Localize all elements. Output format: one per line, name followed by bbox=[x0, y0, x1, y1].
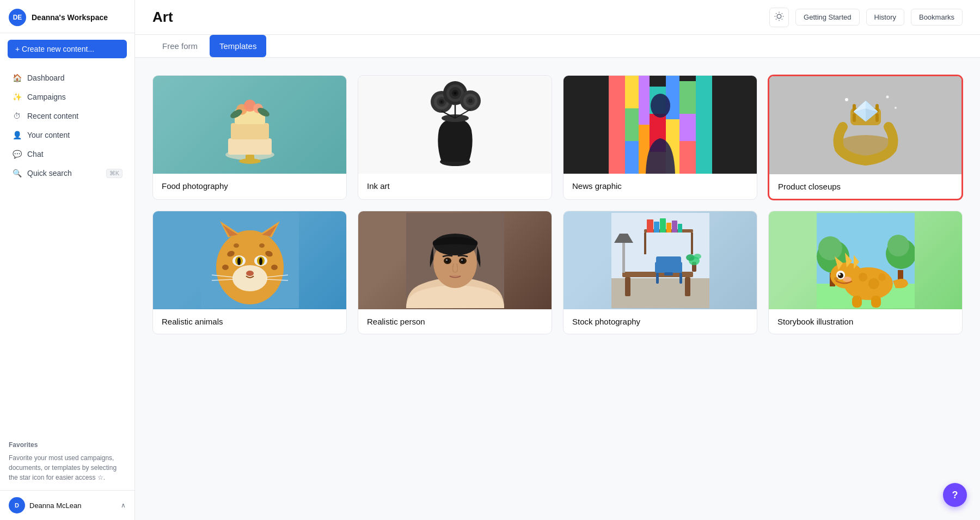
sidebar-footer[interactable]: D Deanna McLean ∧ bbox=[0, 490, 134, 520]
stock-photography-label: Stock photography bbox=[564, 309, 757, 334]
card-image-ink-art bbox=[358, 76, 552, 174]
template-card-product-closeups[interactable]: Product closeups bbox=[768, 75, 963, 200]
create-content-button[interactable]: + Create new content... bbox=[8, 40, 127, 58]
svg-rect-125 bbox=[622, 243, 625, 273]
favorites-description: Favorite your most used campaigns, docum… bbox=[9, 453, 126, 482]
svg-point-104 bbox=[461, 259, 463, 261]
sidebar-item-label: Recent content bbox=[27, 112, 78, 120]
food-photography-illustration bbox=[206, 84, 293, 166]
svg-rect-51 bbox=[679, 114, 696, 141]
sidebar-item-dashboard[interactable]: 🏠 Dashboard bbox=[3, 69, 131, 87]
favorites-section: Favorites Favorite your most used campai… bbox=[0, 433, 134, 490]
svg-point-86 bbox=[259, 243, 265, 248]
svg-point-67 bbox=[845, 98, 848, 101]
svg-point-151 bbox=[838, 273, 841, 276]
ink-art-label: Ink art bbox=[358, 174, 552, 198]
card-image-realistic-animals bbox=[153, 211, 346, 309]
news-graphic-illustration bbox=[609, 76, 712, 174]
svg-rect-61 bbox=[875, 113, 879, 122]
card-image-news-graphic bbox=[564, 76, 757, 174]
help-button[interactable]: ? bbox=[943, 483, 967, 507]
recent-content-icon: ⏱ bbox=[12, 111, 22, 121]
svg-rect-10 bbox=[228, 138, 272, 155]
svg-rect-109 bbox=[625, 277, 630, 296]
campaigns-icon: ✨ bbox=[12, 92, 22, 102]
svg-rect-122 bbox=[656, 273, 659, 284]
sidebar-item-chat[interactable]: 💬 Chat bbox=[3, 145, 131, 163]
realistic-person-illustration bbox=[406, 213, 504, 308]
lightbulb-button[interactable] bbox=[769, 8, 789, 27]
svg-point-54 bbox=[651, 94, 670, 118]
sidebar-item-label: Chat bbox=[27, 150, 44, 158]
storybook-illustration-label: Storybook illustration bbox=[769, 309, 962, 334]
getting-started-button[interactable]: Getting Started bbox=[795, 9, 859, 26]
sidebar-item-label: Campaigns bbox=[27, 93, 66, 101]
sidebar-nav: 🏠 Dashboard ✨ Campaigns ⏱ Recent content… bbox=[0, 65, 134, 433]
svg-point-19 bbox=[239, 158, 261, 164]
sidebar-item-campaigns[interactable]: ✨ Campaigns bbox=[3, 88, 131, 106]
template-card-news-graphic[interactable]: News graphic bbox=[563, 75, 757, 200]
search-icon: 🔍 bbox=[12, 168, 22, 178]
svg-rect-43 bbox=[639, 76, 650, 125]
svg-point-78 bbox=[237, 258, 241, 265]
svg-line-3 bbox=[776, 13, 776, 14]
realistic-animals-illustration bbox=[201, 213, 299, 308]
realistic-person-label: Realistic person bbox=[358, 309, 552, 334]
svg-point-153 bbox=[843, 277, 852, 282]
user-name: Deanna McLean bbox=[29, 501, 81, 510]
your-content-icon: 👤 bbox=[12, 130, 22, 140]
svg-rect-112 bbox=[644, 233, 646, 254]
template-card-ink-art[interactable]: Ink art bbox=[358, 75, 552, 200]
svg-rect-52 bbox=[679, 141, 696, 174]
ink-art-illustration bbox=[412, 81, 499, 168]
svg-point-141 bbox=[859, 273, 867, 282]
help-icon: ? bbox=[952, 490, 958, 501]
svg-point-130 bbox=[694, 254, 701, 259]
svg-rect-115 bbox=[654, 222, 659, 233]
svg-point-134 bbox=[818, 236, 842, 260]
template-card-storybook-illustration[interactable]: Storybook illustration bbox=[768, 211, 963, 334]
sidebar-item-recent-content[interactable]: ⏱ Recent content bbox=[3, 107, 131, 125]
history-button[interactable]: History bbox=[866, 9, 904, 26]
svg-point-69 bbox=[895, 107, 897, 109]
workspace-name: Deanna's Workspace bbox=[32, 13, 108, 22]
content-area: Food photography bbox=[135, 58, 980, 520]
svg-point-152 bbox=[834, 277, 838, 280]
news-graphic-label: News graphic bbox=[564, 174, 757, 198]
svg-rect-117 bbox=[666, 223, 671, 233]
template-card-realistic-person[interactable]: Realistic person bbox=[358, 211, 552, 334]
svg-rect-116 bbox=[660, 218, 666, 233]
dashboard-icon: 🏠 bbox=[12, 73, 22, 83]
svg-rect-119 bbox=[678, 224, 682, 233]
workspace-avatar: DE bbox=[9, 9, 26, 26]
svg-point-82 bbox=[222, 265, 229, 270]
svg-point-35 bbox=[468, 99, 473, 103]
svg-rect-114 bbox=[647, 219, 653, 233]
tab-free-form[interactable]: Free form bbox=[152, 35, 207, 57]
svg-rect-40 bbox=[625, 76, 639, 108]
sidebar-header: DE Deanna's Workspace bbox=[0, 0, 134, 33]
svg-rect-53 bbox=[696, 76, 712, 174]
template-card-realistic-animals[interactable]: Realistic animals bbox=[152, 211, 347, 334]
svg-point-150 bbox=[838, 273, 843, 278]
templates-grid: Food photography bbox=[152, 75, 963, 334]
template-card-food-photography[interactable]: Food photography bbox=[152, 75, 347, 200]
svg-line-4 bbox=[782, 19, 782, 20]
sidebar-item-your-content[interactable]: 👤 Your content bbox=[3, 126, 131, 144]
sidebar: DE Deanna's Workspace + Create new conte… bbox=[0, 0, 135, 520]
product-closeups-illustration bbox=[817, 78, 915, 173]
lightbulb-icon bbox=[774, 11, 784, 23]
sidebar-item-quick-search[interactable]: 🔍 Quick search ⌘K bbox=[3, 164, 131, 182]
tab-templates[interactable]: Templates bbox=[210, 35, 266, 57]
svg-rect-144 bbox=[852, 296, 862, 308]
sidebar-item-label: Quick search bbox=[27, 169, 72, 178]
template-card-stock-photography[interactable]: Stock photography bbox=[563, 211, 757, 334]
svg-rect-145 bbox=[871, 296, 881, 308]
svg-point-143 bbox=[878, 273, 886, 281]
tabs-bar: Free form Templates bbox=[135, 35, 980, 58]
svg-rect-41 bbox=[625, 108, 639, 141]
topbar-actions: Getting Started History Bookmarks bbox=[769, 8, 963, 27]
svg-point-84 bbox=[271, 265, 278, 270]
bookmarks-button[interactable]: Bookmarks bbox=[911, 9, 963, 26]
svg-point-80 bbox=[246, 271, 254, 276]
